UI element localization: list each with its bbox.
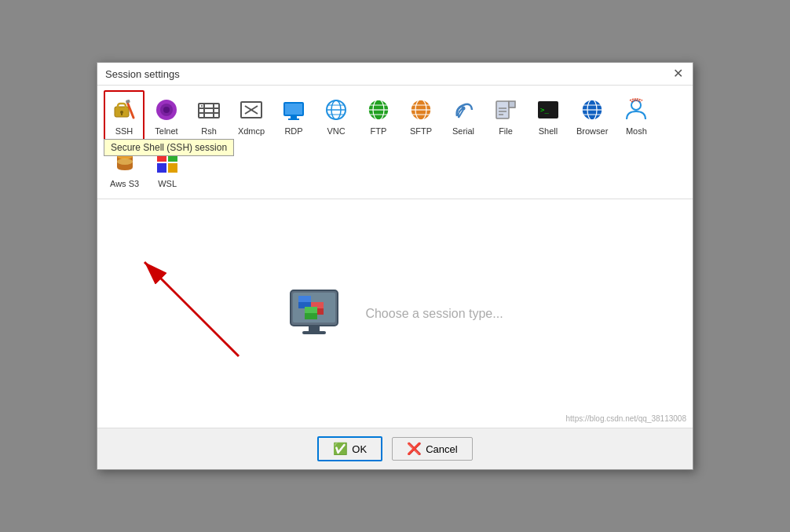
ok-button[interactable]: ✅ OK xyxy=(317,436,382,461)
svg-rect-68 xyxy=(298,296,311,302)
annotation-arrow xyxy=(121,246,278,388)
session-type-ftp[interactable]: FTP xyxy=(358,90,399,141)
svg-rect-72 xyxy=(305,307,317,313)
close-button[interactable]: ✕ xyxy=(671,67,685,80)
session-type-rdp[interactable]: RDP xyxy=(273,90,314,141)
file-label: File xyxy=(499,126,513,136)
svg-rect-74 xyxy=(302,331,326,334)
session-type-ssh[interactable]: SSH xyxy=(104,90,144,141)
svg-rect-19 xyxy=(285,104,302,115)
session-settings-dialog: Session settings ✕ SSH xyxy=(97,62,693,470)
cancel-icon: ❌ xyxy=(407,442,422,456)
ssh-icon xyxy=(110,96,138,124)
session-icons-bar: SSH Telnet xyxy=(97,86,693,199)
session-type-telnet[interactable]: Telnet xyxy=(146,90,187,141)
session-type-wsl[interactable]: WSL xyxy=(147,143,188,194)
rdp-label: RDP xyxy=(284,126,302,136)
ok-icon: ✅ xyxy=(333,442,348,456)
session-type-mosh[interactable]: Mosh xyxy=(616,90,657,141)
session-type-file[interactable]: File xyxy=(485,90,526,141)
ssh-label: SSH xyxy=(115,126,133,136)
session-type-awss3[interactable]: Aws S3 xyxy=(104,143,145,194)
shell-icon: >_ xyxy=(534,96,562,124)
svg-point-58 xyxy=(117,159,133,165)
session-type-xdmcp[interactable]: Xdmcp xyxy=(231,90,272,141)
telnet-label: Telnet xyxy=(155,126,177,136)
serial-label: Serial xyxy=(452,126,474,136)
choose-session-area: Choose a session type... xyxy=(287,286,503,341)
mosh-icon xyxy=(622,96,650,124)
ftp-label: FTP xyxy=(371,126,387,136)
sftp-label: SFTP xyxy=(410,126,432,136)
svg-point-57 xyxy=(117,153,133,159)
svg-rect-73 xyxy=(309,326,320,332)
rsh-icon xyxy=(195,96,223,124)
awss3-label: Aws S3 xyxy=(110,179,139,188)
vnc-label: VNC xyxy=(327,126,345,136)
main-content: Choose a session type... https://blog.cs… xyxy=(97,199,693,428)
vnc-icon xyxy=(322,96,350,124)
xdmcp-label: Xdmcp xyxy=(238,126,265,136)
svg-rect-59 xyxy=(157,152,166,162)
telnet-icon xyxy=(152,96,181,124)
shell-label: Shell xyxy=(539,126,558,136)
dialog-title: Session settings xyxy=(105,68,180,80)
session-type-shell[interactable]: >_ Shell xyxy=(528,90,569,141)
svg-point-8 xyxy=(163,107,170,113)
svg-rect-60 xyxy=(168,152,177,162)
wsl-label: WSL xyxy=(158,179,177,188)
choose-session-text: Choose a session type... xyxy=(365,307,503,321)
file-icon xyxy=(492,96,520,124)
svg-rect-61 xyxy=(157,163,166,173)
mosh-label: Mosh xyxy=(626,126,647,136)
rdp-icon xyxy=(280,96,308,124)
session-type-vnc[interactable]: VNC xyxy=(316,90,357,141)
session-type-browser[interactable]: Browser xyxy=(570,90,614,141)
wsl-icon xyxy=(153,148,181,177)
titlebar: Session settings ✕ xyxy=(97,63,693,86)
footer: ✅ OK ❌ Cancel xyxy=(97,428,693,469)
svg-rect-3 xyxy=(121,113,123,115)
serial-icon xyxy=(449,96,477,124)
browser-icon xyxy=(578,96,606,124)
svg-rect-5 xyxy=(126,100,130,104)
cancel-label: Cancel xyxy=(426,443,457,455)
xdmcp-icon xyxy=(237,96,265,124)
watermark-text: https://blog.csdn.net/qq_38113008 xyxy=(566,414,686,423)
sftp-icon xyxy=(407,96,435,124)
svg-rect-43 xyxy=(509,101,515,107)
svg-point-39 xyxy=(462,107,466,111)
session-type-rsh[interactable]: Rsh xyxy=(188,90,229,141)
svg-rect-62 xyxy=(168,163,177,173)
svg-text:>_: >_ xyxy=(540,106,549,114)
session-type-serial[interactable]: Serial xyxy=(443,90,484,141)
ok-label: OK xyxy=(352,443,367,455)
svg-line-64 xyxy=(144,262,239,356)
cancel-button[interactable]: ❌ Cancel xyxy=(392,437,472,461)
rsh-label: Rsh xyxy=(201,126,217,136)
awss3-icon xyxy=(111,148,139,177)
svg-rect-20 xyxy=(291,116,297,118)
session-monitor-icon xyxy=(287,286,349,341)
browser-label: Browser xyxy=(576,126,608,136)
svg-rect-21 xyxy=(288,118,299,120)
ftp-icon xyxy=(364,96,393,124)
session-type-sftp[interactable]: SFTP xyxy=(400,90,441,141)
svg-rect-41 xyxy=(496,101,509,118)
